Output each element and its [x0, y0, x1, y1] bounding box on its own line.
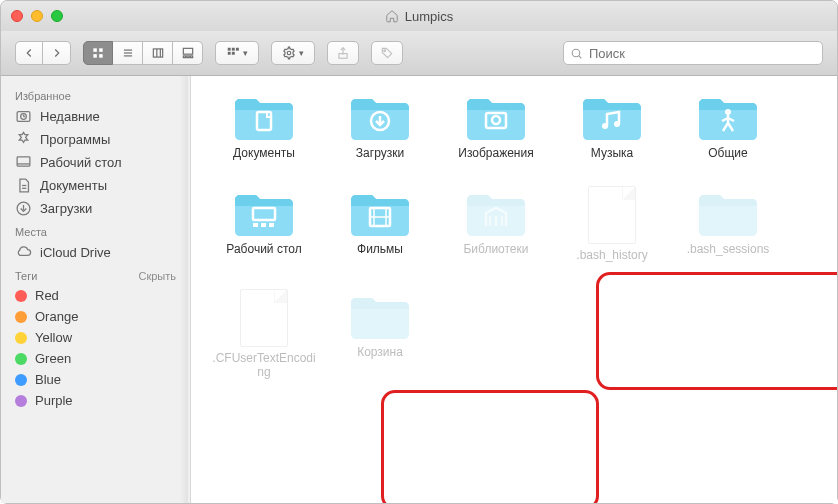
apps-icon: [15, 131, 32, 148]
back-button[interactable]: [15, 41, 43, 65]
sidebar-tag-item[interactable]: Red: [1, 285, 190, 306]
sidebar-item-documents[interactable]: Документы: [1, 174, 190, 197]
svg-rect-13: [190, 56, 192, 58]
svg-rect-15: [232, 48, 235, 51]
home-icon: [385, 9, 399, 23]
file-item-label: Документы: [233, 146, 295, 160]
tag-color-dot: [15, 395, 27, 407]
cloud-icon: [15, 244, 32, 261]
svg-rect-3: [99, 54, 103, 58]
sidebar-header-locations: Места: [1, 220, 190, 241]
sidebar-item-applications[interactable]: Программы: [1, 128, 190, 151]
action-menu-button[interactable]: ▾: [271, 41, 315, 65]
close-window-button[interactable]: [11, 10, 23, 22]
file-item[interactable]: Общие: [673, 90, 783, 160]
sidebar-item-label: iCloud Drive: [40, 245, 111, 260]
folder-icon: [345, 186, 415, 238]
finder-window: Lumpics ▾ ▾ Избранное: [0, 0, 838, 504]
sidebar-item-recents[interactable]: Недавние: [1, 105, 190, 128]
file-item-label: .bash_sessions: [687, 242, 770, 256]
svg-rect-42: [261, 223, 266, 227]
sidebar-item-label: Рабочий стол: [40, 155, 122, 170]
gallery-view-button[interactable]: [173, 41, 203, 65]
svg-rect-2: [93, 54, 97, 58]
tag-color-dot: [15, 374, 27, 386]
hide-tags-button[interactable]: Скрыть: [138, 270, 176, 282]
file-item-label: .bash_history: [576, 248, 647, 262]
clock-icon: [15, 108, 32, 125]
sidebar-item-label: Программы: [40, 132, 110, 147]
share-button[interactable]: [327, 41, 359, 65]
sidebar-item-desktop[interactable]: Рабочий стол: [1, 151, 190, 174]
svg-rect-18: [232, 52, 235, 55]
sidebar-item-downloads[interactable]: Загрузки: [1, 197, 190, 220]
svg-point-21: [384, 50, 386, 52]
sidebar-item-label: Yellow: [35, 330, 72, 345]
tag-color-dot: [15, 353, 27, 365]
sidebar-tag-item[interactable]: Purple: [1, 390, 190, 411]
nav-buttons: [15, 41, 71, 65]
search-input[interactable]: [589, 46, 816, 61]
file-item[interactable]: .bash_sessions: [673, 186, 783, 262]
tag-color-dot: [15, 332, 27, 344]
tag-color-dot: [15, 290, 27, 302]
folder-icon: [461, 186, 531, 238]
file-item-label: Рабочий стол: [226, 242, 301, 256]
search-field[interactable]: [563, 41, 823, 65]
svg-rect-0: [93, 48, 97, 52]
document-file-icon: [588, 186, 636, 244]
download-icon: [15, 200, 32, 217]
forward-button[interactable]: [43, 41, 71, 65]
sidebar-item-label: Orange: [35, 309, 78, 324]
list-view-button[interactable]: [113, 41, 143, 65]
svg-line-23: [579, 55, 582, 58]
arrange-menu-button[interactable]: ▾: [215, 41, 259, 65]
sidebar-tag-item[interactable]: Blue: [1, 369, 190, 390]
file-item[interactable]: Библиотеки: [441, 186, 551, 262]
svg-rect-16: [236, 48, 239, 51]
file-item[interactable]: Рабочий стол: [209, 186, 319, 262]
svg-rect-28: [17, 157, 30, 166]
traffic-lights: [11, 10, 63, 22]
tags-button[interactable]: [371, 41, 403, 65]
minimize-window-button[interactable]: [31, 10, 43, 22]
tag-color-dot: [15, 311, 27, 323]
titlebar: Lumpics: [1, 1, 837, 31]
sidebar: Избранное Недавние Программы Рабочий сто…: [1, 76, 191, 503]
file-item[interactable]: Фильмы: [325, 186, 435, 262]
svg-rect-11: [183, 56, 185, 58]
svg-point-22: [572, 49, 580, 57]
file-item[interactable]: Изображения: [441, 90, 551, 160]
sidebar-tag-item[interactable]: Yellow: [1, 327, 190, 348]
sidebar-tag-item[interactable]: Green: [1, 348, 190, 369]
sidebar-header-tags: Теги Скрыть: [1, 264, 190, 285]
folder-icon: [345, 90, 415, 142]
maximize-window-button[interactable]: [51, 10, 63, 22]
file-item[interactable]: .CFUserTextEncoding: [209, 289, 319, 380]
content-area: ДокументыЗагрузкиИзображенияМузыкаОбщиеР…: [191, 76, 837, 503]
svg-rect-41: [253, 223, 258, 227]
file-item[interactable]: .bash_history: [557, 186, 667, 262]
sidebar-item-label: Purple: [35, 393, 73, 408]
column-view-button[interactable]: [143, 41, 173, 65]
svg-rect-1: [99, 48, 103, 52]
sidebar-item-label: Загрузки: [40, 201, 92, 216]
folder-icon: [229, 186, 299, 238]
folder-icon: [229, 90, 299, 142]
sidebar-scrollbar[interactable]: [180, 76, 188, 503]
sidebar-item-icloud[interactable]: iCloud Drive: [1, 241, 190, 264]
svg-point-19: [287, 51, 291, 55]
file-item[interactable]: Музыка: [557, 90, 667, 160]
svg-rect-17: [228, 52, 231, 55]
window-title: Lumpics: [405, 9, 453, 24]
file-item[interactable]: Корзина: [325, 289, 435, 380]
sidebar-item-label: Green: [35, 351, 71, 366]
icon-view-button[interactable]: [83, 41, 113, 65]
annotation-highlight-2: [381, 390, 599, 503]
file-item[interactable]: Загрузки: [325, 90, 435, 160]
file-item-label: Музыка: [591, 146, 633, 160]
sidebar-tag-item[interactable]: Orange: [1, 306, 190, 327]
folder-icon: [693, 186, 763, 238]
svg-rect-10: [183, 48, 192, 54]
file-item[interactable]: Документы: [209, 90, 319, 160]
